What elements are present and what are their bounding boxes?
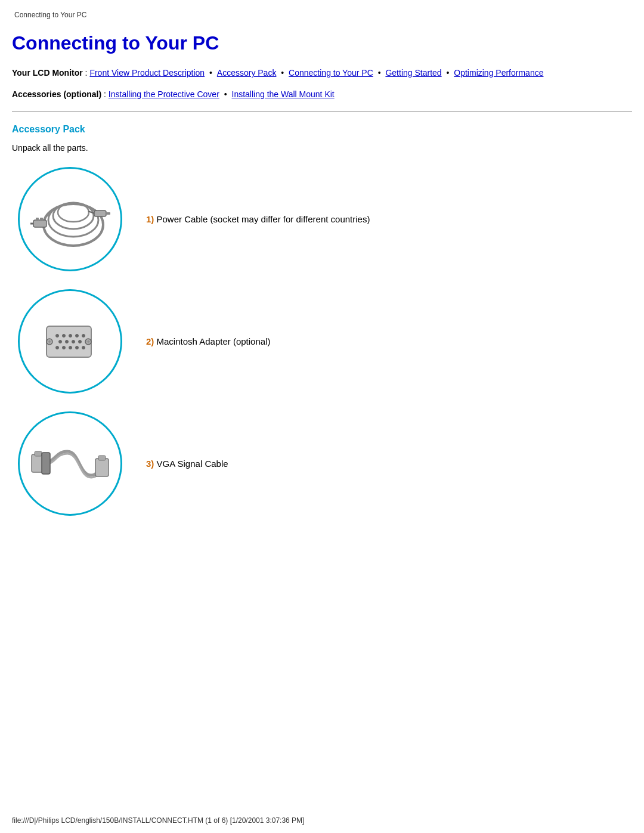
svg-point-18 (65, 340, 68, 343)
lcd-monitor-nav: Your LCD Monitor : Front View Product De… (12, 66, 632, 80)
svg-point-25 (82, 346, 85, 349)
svg-point-22 (62, 346, 65, 349)
svg-point-20 (78, 340, 81, 343)
svg-point-16 (82, 335, 85, 337)
nav-link-wall-mount[interactable]: Installing the Wall Mount Kit (232, 89, 335, 99)
item-row: 2) Macintosh Adapter (optional) (18, 289, 632, 394)
nav-link-connecting[interactable]: Connecting to Your PC (289, 68, 373, 78)
svg-rect-36 (42, 453, 50, 474)
svg-point-24 (75, 346, 78, 349)
mac-adapter-icon (29, 299, 112, 383)
item-row: 3) VGA Signal Cable (18, 411, 632, 516)
nav-link-protective-cover[interactable]: Installing the Protective Cover (109, 89, 219, 99)
item-3-image (18, 411, 122, 516)
svg-rect-9 (106, 212, 110, 215)
lcd-monitor-label: Your LCD Monitor (12, 68, 83, 78)
svg-rect-34 (95, 459, 109, 476)
item-3-text: VGA Signal Cable (154, 459, 228, 469)
svg-rect-11 (47, 326, 91, 357)
item-1-image (18, 167, 122, 271)
svg-rect-6 (40, 218, 43, 221)
item-1-text: Power Cable (socket may differ for diffe… (154, 214, 370, 224)
svg-point-19 (72, 340, 75, 343)
nav-link-getting-started[interactable]: Getting Started (385, 68, 441, 78)
footer-text: file:///D|/Philips LCD/english/150B/INST… (12, 816, 304, 825)
svg-rect-33 (35, 451, 42, 456)
item-row: 1) Power Cable (socket may differ for di… (18, 167, 632, 271)
power-cable-icon (29, 177, 112, 261)
item-1-number: 1) (146, 214, 154, 224)
vga-cable-icon (29, 422, 112, 505)
svg-point-17 (58, 340, 61, 343)
accessories-nav: Accessories (optional) : Installing the … (12, 88, 632, 102)
browser-tab: Connecting to Your PC (12, 6, 632, 23)
item-2-description: 2) Macintosh Adapter (optional) (146, 336, 270, 346)
svg-rect-5 (36, 218, 39, 221)
item-2-text: Macintosh Adapter (optional) (154, 336, 270, 346)
section-heading: Accessory Pack (12, 124, 632, 135)
divider (12, 112, 632, 112)
item-2-number: 2) (146, 336, 154, 346)
accessories-label: Accessories (optional) (12, 89, 101, 99)
nav-link-accessory-pack[interactable]: Accessory Pack (217, 68, 277, 78)
item-3-number: 3) (146, 459, 154, 469)
unpack-text: Unpack all the parts. (12, 143, 632, 153)
svg-point-15 (75, 335, 78, 337)
svg-rect-4 (33, 220, 47, 227)
item-2-image (18, 289, 122, 394)
nav-link-front-view[interactable]: Front View Product Description (89, 68, 205, 78)
svg-point-21 (55, 346, 58, 349)
svg-point-13 (62, 335, 65, 337)
svg-rect-35 (98, 456, 106, 460)
svg-point-3 (58, 203, 89, 222)
item-3-description: 3) VGA Signal Cable (146, 459, 228, 469)
page-title: Connecting to Your PC (12, 32, 632, 54)
item-1-description: 1) Power Cable (socket may differ for di… (146, 214, 370, 224)
svg-point-23 (69, 346, 72, 349)
svg-point-14 (69, 335, 72, 337)
svg-point-12 (55, 335, 58, 337)
items-container: 1) Power Cable (socket may differ for di… (18, 167, 632, 522)
svg-rect-8 (94, 210, 106, 216)
nav-link-optimizing[interactable]: Optimizing Performance (454, 68, 543, 78)
